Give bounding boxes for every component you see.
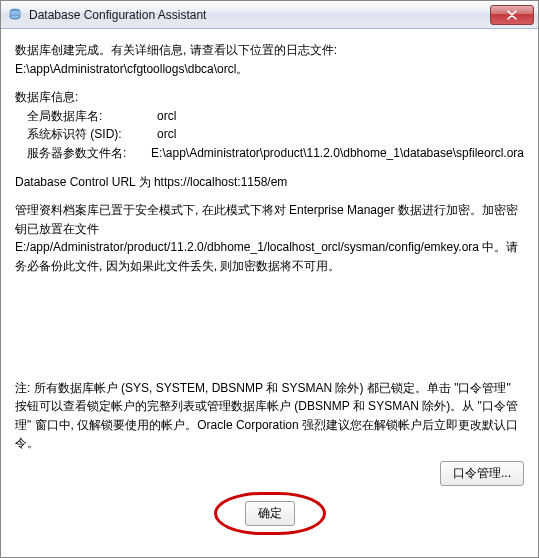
close-button[interactable] [490, 5, 534, 25]
titlebar: Database Configuration Assistant [1, 1, 538, 29]
sid-value: orcl [157, 125, 176, 144]
db-control-url: Database Control URL 为 https://localhost… [15, 173, 524, 192]
em-security-note: 管理资料档案库已置于安全模式下, 在此模式下将对 Enterprise Mana… [15, 201, 524, 275]
spfile-label: 服务器参数文件名: [27, 144, 151, 163]
password-management-button[interactable]: 口令管理... [440, 461, 524, 486]
log-path: E:\app\Administrator\cfgtoollogs\dbca\or… [15, 60, 524, 79]
dialog-content: 数据库创建完成。有关详细信息, 请查看以下位置的日志文件: E:\app\Adm… [1, 29, 538, 557]
completion-text: 数据库创建完成。有关详细信息, 请查看以下位置的日志文件: [15, 41, 524, 60]
global-db-name-value: orcl [157, 107, 176, 126]
footer: 确定 [15, 486, 524, 549]
close-icon [507, 10, 517, 20]
db-info-heading: 数据库信息: [15, 88, 524, 107]
accounts-note: 注: 所有数据库帐户 (SYS, SYSTEM, DBSNMP 和 SYSMAN… [15, 379, 524, 453]
sid-label: 系统标识符 (SID): [27, 125, 157, 144]
row-sid: 系统标识符 (SID): orcl [27, 125, 524, 144]
row-spfile: 服务器参数文件名: E:\app\Administrator\product\1… [27, 144, 524, 163]
ok-highlight-ellipse: 确定 [214, 492, 326, 535]
button-row-password: 口令管理... [15, 461, 524, 486]
global-db-name-label: 全局数据库名: [27, 107, 157, 126]
spfile-value: E:\app\Administrator\product\11.2.0\dbho… [151, 144, 524, 163]
window-title: Database Configuration Assistant [29, 8, 490, 22]
app-icon [7, 7, 23, 23]
row-global-db-name: 全局数据库名: orcl [27, 107, 524, 126]
dialog-window: Database Configuration Assistant 数据库创建完成… [0, 0, 539, 558]
ok-button[interactable]: 确定 [245, 501, 295, 526]
